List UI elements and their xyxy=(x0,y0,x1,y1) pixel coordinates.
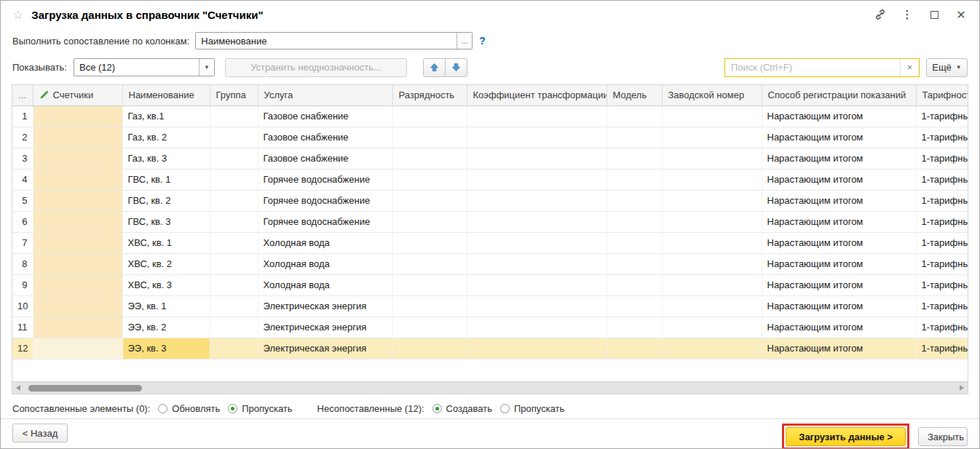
cell-serial[interactable] xyxy=(662,148,762,169)
cell-name[interactable]: ГВС, кв. 2 xyxy=(122,190,210,211)
cell-group[interactable] xyxy=(210,211,258,232)
cell-tariff[interactable]: 1-тарифный xyxy=(916,190,968,211)
cell-name[interactable]: ХВС, кв. 3 xyxy=(122,274,210,295)
cell-counter[interactable] xyxy=(33,274,122,295)
cell-digits[interactable] xyxy=(392,338,467,359)
cell-model[interactable] xyxy=(606,148,662,169)
cell-service[interactable]: Газовое снабжение xyxy=(258,127,392,148)
cell-digits[interactable] xyxy=(392,253,467,274)
mapping-columns-input[interactable] xyxy=(196,33,457,49)
column-header-tariff[interactable]: Тарифность xyxy=(916,85,968,106)
cell-counter[interactable] xyxy=(33,253,122,274)
cell-name[interactable]: ГВС, кв. 1 xyxy=(122,169,210,190)
cell-group[interactable] xyxy=(210,338,258,359)
chevron-down-icon[interactable]: ▼ xyxy=(199,59,214,76)
cell-serial[interactable] xyxy=(662,211,762,232)
cell-tariff[interactable]: 1-тарифный xyxy=(916,232,968,253)
table-row[interactable]: 3Газ, кв. 3Газовое снабжениеНарастающим … xyxy=(12,148,968,169)
cell-digits[interactable] xyxy=(392,211,467,232)
cell-model[interactable] xyxy=(606,211,662,232)
cell-service[interactable]: Холодная вода xyxy=(258,253,392,274)
cell-digits[interactable] xyxy=(392,127,467,148)
cell-num[interactable]: 4 xyxy=(12,169,33,190)
cell-coef[interactable] xyxy=(467,190,606,211)
cell-method[interactable]: Нарастающим итогом xyxy=(762,211,916,232)
cell-serial[interactable] xyxy=(662,295,762,317)
cell-coef[interactable] xyxy=(467,338,606,359)
cell-tariff[interactable]: 1-тарифный xyxy=(916,127,968,148)
cell-model[interactable] xyxy=(606,127,662,148)
cell-counter[interactable] xyxy=(33,295,122,317)
cell-counter[interactable] xyxy=(33,232,122,253)
cell-method[interactable]: Нарастающим итогом xyxy=(762,253,916,274)
cell-method[interactable]: Нарастающим итогом xyxy=(762,169,916,190)
cell-model[interactable] xyxy=(606,274,662,295)
cell-group[interactable] xyxy=(210,317,258,338)
cell-method[interactable]: Нарастающим итогом xyxy=(762,317,916,338)
cell-group[interactable] xyxy=(210,148,258,169)
cell-service[interactable]: Холодная вода xyxy=(258,232,392,253)
radio-unmatched-create[interactable] xyxy=(432,404,442,413)
cell-name[interactable]: ЭЭ, кв. 3 xyxy=(122,338,210,359)
radio-matched-update[interactable] xyxy=(158,404,167,413)
help-icon[interactable]: ? xyxy=(479,35,486,47)
cell-service[interactable]: Электрическая энергия xyxy=(258,295,392,317)
cell-tariff[interactable]: 1-тарифный xyxy=(916,338,968,359)
move-down-button[interactable] xyxy=(445,58,467,77)
cell-tariff[interactable]: 1-тарифный xyxy=(916,148,968,169)
table-row[interactable]: 5ГВС, кв. 2Горячее водоснабжениеНарастаю… xyxy=(12,190,968,211)
table-row[interactable]: 7ХВС, кв. 1Холодная водаНарастающим итог… xyxy=(12,232,968,253)
cell-num[interactable]: 3 xyxy=(12,148,33,169)
column-header-name[interactable]: Наименование xyxy=(122,85,210,106)
cell-counter[interactable] xyxy=(33,169,122,190)
search-clear-icon[interactable]: × xyxy=(900,59,919,76)
cell-group[interactable] xyxy=(210,106,258,127)
cell-tariff[interactable]: 1-тарифный xyxy=(916,253,968,274)
cell-method[interactable]: Нарастающим итогом xyxy=(762,338,916,359)
cell-tariff[interactable]: 1-тарифный xyxy=(916,106,968,127)
column-header-digits[interactable]: Разрядность xyxy=(392,85,467,106)
cell-coef[interactable] xyxy=(467,211,606,232)
cell-coef[interactable] xyxy=(467,253,606,274)
cell-digits[interactable] xyxy=(392,190,467,211)
cell-num[interactable]: 1 xyxy=(12,106,33,127)
radio-matched-skip-label[interactable]: Пропускать xyxy=(242,403,292,414)
radio-unmatched-skip[interactable] xyxy=(500,404,510,413)
cell-digits[interactable] xyxy=(392,148,467,169)
cell-model[interactable] xyxy=(606,338,662,359)
column-header-coefficient[interactable]: Коэффициент трансформации xyxy=(467,85,606,106)
radio-matched-update-label[interactable]: Обновлять xyxy=(172,403,220,414)
cell-service[interactable]: Горячее водоснабжение xyxy=(258,190,392,211)
scroll-left-icon[interactable] xyxy=(16,385,20,391)
column-header-method[interactable]: Способ регистрации показаний xyxy=(762,85,916,106)
cell-counter[interactable] xyxy=(33,317,122,338)
cell-serial[interactable] xyxy=(662,253,762,274)
horizontal-scrollbar[interactable] xyxy=(12,381,968,394)
disambiguate-button[interactable]: Устранить неоднозначность... xyxy=(225,58,407,77)
cell-tariff[interactable]: 1-тарифный xyxy=(916,211,968,232)
mapping-columns-more-button[interactable]: ... xyxy=(457,33,472,49)
cell-counter[interactable] xyxy=(33,148,122,169)
cell-model[interactable] xyxy=(606,232,662,253)
scroll-right-icon[interactable] xyxy=(960,385,964,391)
table-row[interactable]: 1Газ, кв.1Газовое снабжениеНарастающим и… xyxy=(12,106,968,127)
cell-coef[interactable] xyxy=(467,274,606,295)
cell-service[interactable]: Электрическая энергия xyxy=(258,338,392,359)
cell-num[interactable]: 11 xyxy=(12,317,33,338)
cell-counter[interactable] xyxy=(33,127,122,148)
cell-counter[interactable] xyxy=(33,211,122,232)
cell-num[interactable]: 6 xyxy=(12,211,33,232)
cell-name[interactable]: ГВС, кв. 3 xyxy=(122,211,210,232)
cell-method[interactable]: Нарастающим итогом xyxy=(762,148,916,169)
cell-coef[interactable] xyxy=(467,317,606,338)
load-data-button[interactable]: Загрузить данные > xyxy=(786,427,906,446)
cell-num[interactable]: 9 xyxy=(12,274,33,295)
cell-name[interactable]: Газ, кв.1 xyxy=(122,106,210,127)
cell-digits[interactable] xyxy=(392,169,467,190)
close-button[interactable]: Закрыть xyxy=(918,427,968,446)
cell-group[interactable] xyxy=(210,232,258,253)
cell-service[interactable]: Газовое снабжение xyxy=(258,106,392,127)
cell-coef[interactable] xyxy=(467,295,606,317)
cell-method[interactable]: Нарастающим итогом xyxy=(762,295,916,317)
favorite-star-icon[interactable]: ☆ xyxy=(12,9,23,21)
